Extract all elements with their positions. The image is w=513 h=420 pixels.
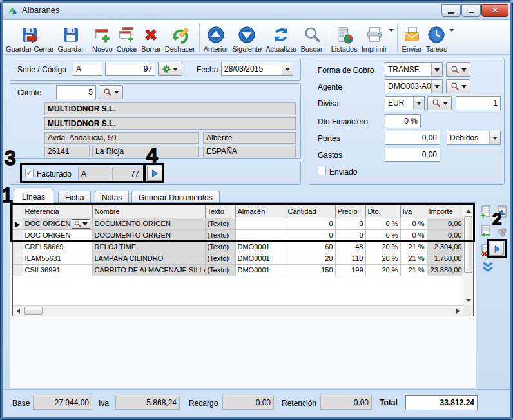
divisa-cambio-input[interactable]: 1 (456, 96, 501, 110)
vertical-scroll-thumb[interactable] (464, 216, 472, 273)
table-row[interactable]: CREL58669 RELOJ TIME (Texto) DMO0001 60 … (13, 241, 464, 253)
tareas-dropdown-arrow[interactable] (449, 29, 454, 32)
goto-factura-button[interactable] (147, 166, 162, 181)
guardar-button[interactable]: Guardar (56, 21, 86, 53)
grid-horizontal-scrollbar[interactable] (13, 305, 463, 316)
listados-button[interactable]: Listados (329, 21, 360, 53)
forma-cobro-combo[interactable]: TRANSF. (385, 62, 443, 77)
cell-referencia[interactable]: CREL58669 (23, 241, 92, 253)
cell-importe[interactable]: 1.760,00 (427, 253, 464, 264)
cell-referencia[interactable]: CSIL36991 (23, 264, 92, 276)
agente-dropdown[interactable] (431, 80, 442, 93)
borrar-button[interactable]: Borrar (139, 21, 163, 53)
grid-vertical-scrollbar[interactable] (463, 205, 473, 305)
cell-precio[interactable]: 48 (335, 241, 365, 253)
cell-precio[interactable]: 199 (335, 264, 365, 276)
fecha-dropdown-button[interactable] (282, 62, 293, 75)
cliente-lookup-button[interactable] (99, 85, 123, 99)
cell-cantidad[interactable]: 20 (286, 253, 335, 264)
insert-line-button[interactable] (478, 224, 493, 239)
facturado-checkbox[interactable]: ✓ (25, 169, 34, 177)
table-row[interactable]: CSIL36991 CARRITO DE ALMACENAJE SILLA (T… (13, 264, 464, 276)
scroll-left-button[interactable] (13, 306, 23, 316)
nuevo-button[interactable]: Nuevo (90, 21, 115, 53)
dto-financiero-input[interactable]: 0 % (385, 114, 421, 128)
col-header-nombre[interactable]: Nombre (92, 205, 205, 218)
enviado-checkbox[interactable] (318, 167, 326, 175)
tab-lineas[interactable]: Líneas (14, 189, 53, 204)
cell-texto[interactable]: (Texto) (205, 264, 235, 276)
title-bar[interactable]: Albaranes ✕ (1, 1, 513, 20)
minimize-button[interactable] (441, 4, 461, 17)
expand-lines-button[interactable] (480, 260, 496, 275)
siguiente-button[interactable]: Siguiente (230, 21, 264, 53)
cell-importe[interactable]: 2.304,00 (427, 241, 464, 253)
cell-nombre[interactable]: DOCUMENTO ORIGEN (92, 218, 205, 229)
restore-button[interactable] (461, 4, 481, 17)
guardar-cerrar-button[interactable]: Guardar Cerrar (4, 21, 56, 53)
actualizar-button[interactable]: Actualizar (264, 21, 298, 53)
col-header-dto[interactable]: Dto. (365, 205, 400, 218)
cell-almacen[interactable]: DMO0001 (235, 241, 286, 253)
goto-line-origin-button[interactable] (490, 242, 504, 256)
cell-precio[interactable]: 0 (335, 218, 365, 229)
cell-importe[interactable]: 0,00 (427, 218, 464, 229)
col-header-referencia[interactable]: Referencia (23, 205, 92, 218)
forma-cobro-dropdown[interactable] (431, 63, 442, 76)
cell-cantidad[interactable]: 150 (286, 264, 335, 276)
buscar-button[interactable]: Buscar (298, 21, 324, 53)
table-row[interactable]: DOC ORIGEN DOCUMENTO ORIGEN (Texto) 0 0 … (13, 229, 464, 241)
cell-texto[interactable]: (Texto) (205, 218, 235, 229)
agente-combo[interactable]: DMO003-A01 (385, 79, 443, 93)
scroll-down-button[interactable] (463, 295, 474, 305)
cell-texto[interactable]: (Texto) (205, 229, 235, 241)
cell-iva[interactable]: 21 % (400, 264, 427, 276)
divisa-lookup-button[interactable] (427, 96, 452, 110)
agente-lookup-button[interactable] (446, 79, 470, 93)
cell-texto[interactable]: (Texto) (205, 253, 235, 264)
cell-importe[interactable]: 0,00 (427, 229, 464, 241)
divisa-dropdown[interactable] (413, 97, 424, 110)
cell-almacen[interactable] (235, 218, 286, 229)
tareas-button[interactable]: Tareas (424, 21, 449, 53)
deshacer-button[interactable]: Deshacer (163, 21, 197, 53)
cell-iva[interactable]: 0 % (400, 218, 427, 229)
fecha-combo[interactable]: 28/03/2015 (221, 62, 293, 76)
cell-precio[interactable]: 0 (335, 229, 365, 241)
divisa-combo[interactable]: EUR (385, 96, 425, 110)
enviar-button[interactable]: Enviar (400, 21, 423, 53)
cell-iva[interactable]: 21 % (400, 253, 427, 264)
tab-generar-documentos[interactable]: Generar Documentos (131, 191, 220, 204)
copiar-button[interactable]: Copiar (115, 21, 139, 53)
col-header-almacen[interactable]: Almacén (235, 205, 286, 218)
tab-ficha[interactable]: Ficha (58, 191, 91, 204)
cell-cantidad[interactable]: 60 (286, 241, 335, 253)
cell-dto[interactable]: 20 % (365, 264, 400, 276)
cell-almacen[interactable]: DMO0001 (235, 264, 286, 276)
col-header-texto[interactable]: Texto (205, 205, 235, 218)
col-header-precio[interactable]: Precio (335, 205, 365, 218)
col-header-importe[interactable]: Importe (427, 205, 464, 218)
horizontal-scroll-thumb[interactable] (24, 307, 43, 315)
col-header-iva[interactable]: Iva (400, 205, 427, 218)
gastos-input[interactable]: 0,00 (385, 148, 440, 162)
cell-referencia[interactable]: ILAM55631 (23, 253, 92, 264)
serie-input[interactable]: A (73, 62, 102, 76)
cell-nombre[interactable]: RELOJ TIME (92, 241, 205, 253)
codigo-input[interactable]: 97 (105, 62, 155, 76)
cell-referencia[interactable]: DOC ORIGEN (23, 229, 92, 241)
cell-referencia[interactable]: DOC ORIGEN (23, 218, 92, 229)
cell-almacen[interactable]: DMO0001 (235, 253, 286, 264)
forma-cobro-lookup-button[interactable] (446, 62, 470, 77)
cell-nombre[interactable]: LAMPARA CILINDRO (92, 253, 205, 264)
cell-importe[interactable]: 23.880,00 (427, 264, 464, 276)
cell-dto[interactable]: 20 % (365, 253, 400, 264)
close-button[interactable]: ✕ (481, 4, 508, 17)
portes-tipo-combo[interactable]: Debidos (447, 131, 501, 145)
cell-nombre[interactable]: DOCUMENTO ORIGEN (92, 229, 205, 241)
cell-dto[interactable]: 0 % (365, 218, 400, 229)
table-row[interactable]: ILAM55631 LAMPARA CILINDRO (Texto) DMO00… (13, 253, 464, 264)
cell-iva[interactable]: 0 % (400, 229, 427, 241)
cell-cantidad[interactable]: 0 (286, 218, 335, 229)
imprimir-button[interactable]: Imprimir (360, 21, 389, 53)
